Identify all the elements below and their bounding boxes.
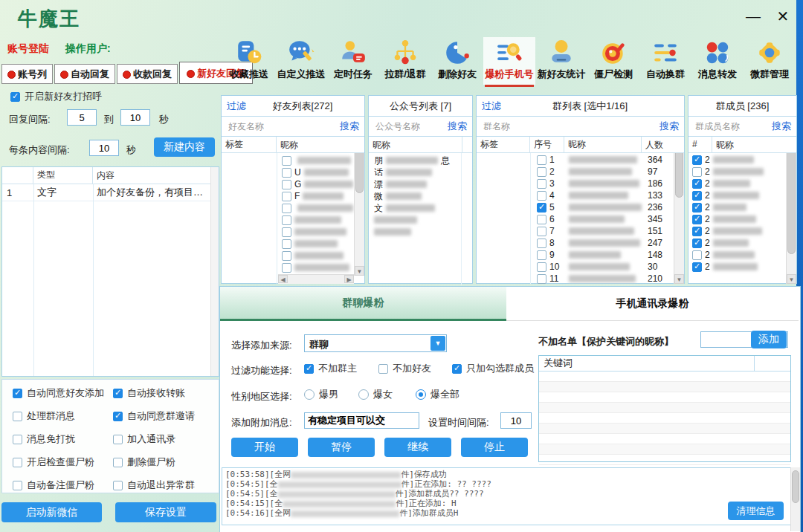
- opt-only-checked-members[interactable]: 只加勾选群成员: [452, 362, 534, 375]
- greet-checkbox-row[interactable]: 开启新好友打招呼: [10, 90, 102, 103]
- opt-check-zombie[interactable]: 开启检查僵尸粉: [13, 455, 113, 469]
- checkbox[interactable]: [304, 364, 314, 374]
- tab-phone-contacts-fans[interactable]: 手机通讯录爆粉: [506, 287, 799, 321]
- checkbox[interactable]: [537, 191, 546, 201]
- checkbox[interactable]: [692, 155, 702, 165]
- message-input[interactable]: [304, 412, 419, 429]
- checkbox[interactable]: [537, 262, 546, 272]
- mp-row[interactable]: [372, 226, 472, 238]
- opt-auto-accept-friend[interactable]: 自动同意好友添加: [13, 386, 113, 400]
- scroll-down-arrow[interactable]: ▼: [355, 266, 364, 276]
- scroll-down-arrow[interactable]: ▼: [787, 274, 796, 284]
- checkbox[interactable]: [13, 435, 22, 444]
- radio-icon[interactable]: [304, 389, 315, 400]
- checkbox[interactable]: [692, 179, 702, 189]
- group-row[interactable]: 1364: [478, 154, 673, 166]
- opt-no-group-owner[interactable]: 不加群主: [304, 362, 357, 375]
- resume-button[interactable]: 继续: [384, 438, 451, 457]
- checkbox[interactable]: [282, 239, 291, 249]
- opt-remark-zombie[interactable]: 自动备注僵尸粉: [13, 479, 113, 492]
- checkbox[interactable]: [692, 191, 702, 201]
- keyword-row[interactable]: [539, 392, 790, 403]
- mp-search-input[interactable]: [374, 120, 445, 132]
- new-content-button[interactable]: 新建内容: [154, 137, 215, 157]
- checkbox[interactable]: [13, 458, 22, 467]
- greet-checkbox[interactable]: [10, 92, 20, 102]
- groups-search-input[interactable]: [482, 120, 657, 132]
- tab-auto-reply[interactable]: 自动回复: [54, 64, 115, 84]
- mp-row[interactable]: 朋息: [372, 155, 472, 166]
- keyword-row[interactable]: [539, 434, 790, 444]
- checkbox[interactable]: [537, 155, 546, 165]
- mp-search-link[interactable]: 搜索: [448, 120, 467, 133]
- member-row[interactable]: 2: [690, 213, 785, 225]
- member-row[interactable]: 2: [690, 225, 785, 237]
- checkbox[interactable]: [13, 481, 22, 490]
- scroll-right-arrow[interactable]: ▶: [344, 275, 354, 283]
- checkbox[interactable]: [692, 262, 702, 272]
- opt-auto-receive-transfer[interactable]: 自动接收转账: [113, 386, 219, 400]
- opt-quit-abnormal-group[interactable]: 自动退出异常群: [113, 479, 219, 492]
- friend-row[interactable]: [280, 226, 353, 238]
- scroll-thumb[interactable]: [355, 153, 364, 193]
- group-row[interactable]: 297: [478, 166, 673, 178]
- source-dropdown[interactable]: 群聊 ▼: [304, 334, 447, 352]
- keyword-row[interactable]: [539, 372, 790, 382]
- checkbox[interactable]: [692, 167, 702, 177]
- member-row[interactable]: 2: [690, 178, 785, 189]
- checkbox[interactable]: [537, 227, 546, 236]
- radio-icon[interactable]: [416, 389, 426, 400]
- checkbox[interactable]: [537, 215, 546, 224]
- tab-group-chat-fans[interactable]: 群聊爆粉: [220, 287, 506, 321]
- opt-mute-message[interactable]: 消息免打扰: [13, 432, 113, 446]
- scroll-thumb[interactable]: [675, 153, 683, 198]
- group-row[interactable]: 1030: [478, 261, 673, 273]
- checkbox[interactable]: [378, 364, 388, 374]
- member-row[interactable]: 2: [690, 189, 785, 201]
- checkbox[interactable]: [282, 192, 291, 201]
- checkbox[interactable]: [537, 167, 546, 177]
- keyword-row[interactable]: [539, 444, 790, 455]
- checkbox[interactable]: [282, 168, 291, 178]
- table-scrollbar[interactable]: [210, 167, 219, 376]
- opt-auto-accept-group-invite[interactable]: 自动同意群邀请: [113, 409, 219, 423]
- reply-from-input[interactable]: [67, 109, 97, 126]
- checkbox[interactable]: [282, 227, 291, 237]
- checkbox[interactable]: [282, 251, 291, 261]
- group-row[interactable]: 7151: [478, 225, 673, 237]
- friend-row[interactable]: [280, 262, 353, 273]
- friends-search-input[interactable]: [227, 120, 337, 132]
- checkbox[interactable]: [113, 435, 123, 444]
- member-row[interactable]: 2: [690, 237, 785, 249]
- checkbox[interactable]: [13, 389, 22, 398]
- checkbox[interactable]: [692, 203, 702, 213]
- checkbox[interactable]: [282, 180, 291, 189]
- toolbar-auto-swap-group[interactable]: 自动换群: [639, 37, 691, 85]
- friend-row[interactable]: G: [280, 178, 353, 190]
- group-row[interactable]: 5236: [478, 201, 673, 213]
- content-interval-input[interactable]: [89, 140, 119, 156]
- checkbox[interactable]: [692, 239, 702, 248]
- keyword-row[interactable]: [539, 403, 790, 413]
- opt-delete-zombie[interactable]: 删除僵尸粉: [113, 455, 219, 469]
- members-vscrollbar[interactable]: ▲▼: [786, 153, 796, 284]
- group-row[interactable]: 11210: [478, 273, 673, 284]
- mp-row[interactable]: 文: [372, 202, 472, 214]
- checkbox[interactable]: [452, 364, 462, 374]
- checkbox[interactable]: [282, 204, 291, 213]
- toolbar-zombie-detect[interactable]: 僵尸检测: [587, 37, 639, 85]
- checkbox[interactable]: [113, 481, 123, 490]
- keyword-row[interactable]: [539, 382, 790, 392]
- mp-row[interactable]: [372, 214, 472, 226]
- toolbar-pull-quit-group[interactable]: 拉群/退群: [379, 37, 431, 85]
- group-row[interactable]: 9148: [478, 249, 673, 261]
- mp-row[interactable]: 微: [372, 190, 472, 202]
- checkbox[interactable]: [692, 250, 702, 260]
- checkbox[interactable]: [537, 274, 546, 284]
- clear-info-button[interactable]: 清理信息: [728, 502, 784, 520]
- radio-female[interactable]: 爆女: [358, 388, 393, 401]
- friend-row[interactable]: [280, 214, 353, 226]
- scroll-thumb[interactable]: [792, 470, 799, 503]
- toolbar-group-manage[interactable]: 微群管理: [744, 37, 796, 85]
- radio-all[interactable]: 爆全部: [416, 388, 459, 401]
